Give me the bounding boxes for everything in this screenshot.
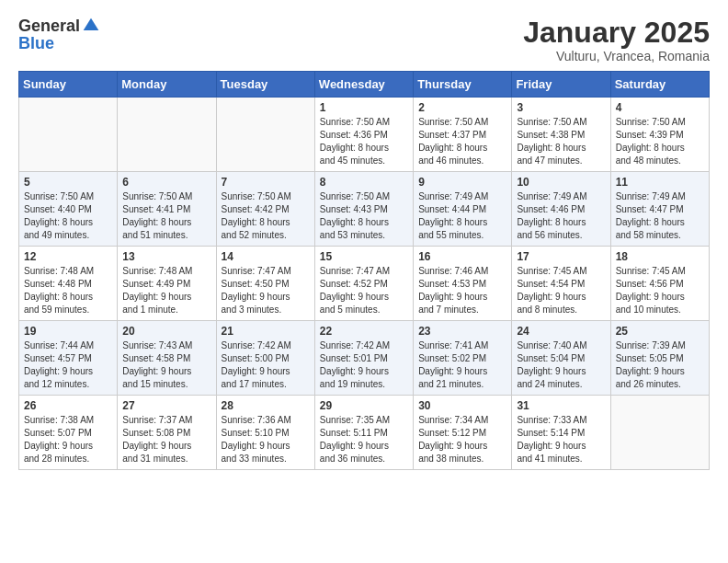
day-number: 9 bbox=[418, 176, 506, 189]
calendar-cell: 8Sunrise: 7:50 AMSunset: 4:43 PMDaylight… bbox=[314, 172, 413, 247]
cell-daylight-info: Sunrise: 7:41 AMSunset: 5:02 PMDaylight:… bbox=[418, 339, 506, 391]
cell-daylight-info: Sunrise: 7:40 AMSunset: 5:04 PMDaylight:… bbox=[517, 339, 605, 391]
day-number: 5 bbox=[24, 176, 112, 189]
cell-daylight-info: Sunrise: 7:50 AMSunset: 4:43 PMDaylight:… bbox=[320, 190, 408, 242]
day-number: 17 bbox=[517, 250, 605, 263]
logo-icon bbox=[82, 17, 100, 35]
calendar-cell: 23Sunrise: 7:41 AMSunset: 5:02 PMDayligh… bbox=[414, 321, 512, 396]
day-header-monday: Monday bbox=[118, 72, 216, 98]
cell-daylight-info: Sunrise: 7:50 AMSunset: 4:40 PMDaylight:… bbox=[24, 190, 112, 242]
day-number: 19 bbox=[24, 325, 112, 338]
day-number: 10 bbox=[517, 176, 605, 189]
week-row-5: 26Sunrise: 7:38 AMSunset: 5:07 PMDayligh… bbox=[19, 396, 710, 470]
cell-daylight-info: Sunrise: 7:45 AMSunset: 4:56 PMDaylight:… bbox=[616, 265, 704, 316]
day-header-saturday: Saturday bbox=[610, 72, 709, 98]
day-number: 31 bbox=[517, 399, 605, 412]
calendar-cell: 11Sunrise: 7:49 AMSunset: 4:47 PMDayligh… bbox=[610, 172, 709, 247]
logo-general: General bbox=[18, 17, 80, 34]
cell-daylight-info: Sunrise: 7:48 AMSunset: 4:48 PMDaylight:… bbox=[24, 265, 112, 316]
day-number: 4 bbox=[616, 101, 704, 114]
calendar-table: SundayMondayTuesdayWednesdayThursdayFrid… bbox=[18, 71, 710, 470]
calendar-cell bbox=[216, 98, 314, 172]
day-number: 30 bbox=[418, 399, 506, 412]
day-number: 23 bbox=[418, 325, 506, 338]
month-title: January 2025 bbox=[523, 17, 710, 49]
page-header: General Blue January 2025 Vulturu, Vranc… bbox=[9, 9, 719, 67]
day-number: 24 bbox=[517, 325, 605, 338]
day-number: 2 bbox=[418, 101, 506, 114]
cell-daylight-info: Sunrise: 7:34 AMSunset: 5:12 PMDaylight:… bbox=[418, 414, 506, 465]
calendar-cell: 9Sunrise: 7:49 AMSunset: 4:44 PMDaylight… bbox=[414, 172, 512, 247]
calendar-cell: 30Sunrise: 7:34 AMSunset: 5:12 PMDayligh… bbox=[414, 396, 512, 470]
cell-daylight-info: Sunrise: 7:50 AMSunset: 4:36 PMDaylight:… bbox=[320, 116, 408, 167]
cell-daylight-info: Sunrise: 7:47 AMSunset: 4:52 PMDaylight:… bbox=[320, 265, 408, 316]
cell-daylight-info: Sunrise: 7:43 AMSunset: 4:58 PMDaylight:… bbox=[122, 339, 210, 391]
logo: General Blue bbox=[18, 17, 100, 52]
day-number: 18 bbox=[616, 250, 704, 263]
svg-marker-0 bbox=[84, 18, 99, 30]
calendar-wrapper: SundayMondayTuesdayWednesdayThursdayFrid… bbox=[9, 67, 719, 479]
day-number: 6 bbox=[122, 176, 210, 189]
cell-daylight-info: Sunrise: 7:42 AMSunset: 5:01 PMDaylight:… bbox=[320, 339, 408, 391]
calendar-cell: 26Sunrise: 7:38 AMSunset: 5:07 PMDayligh… bbox=[19, 396, 118, 470]
day-number: 11 bbox=[616, 176, 704, 189]
week-row-1: 1Sunrise: 7:50 AMSunset: 4:36 PMDaylight… bbox=[19, 98, 710, 172]
week-row-3: 12Sunrise: 7:48 AMSunset: 4:48 PMDayligh… bbox=[19, 247, 710, 321]
cell-daylight-info: Sunrise: 7:46 AMSunset: 4:53 PMDaylight:… bbox=[418, 265, 506, 316]
calendar-cell bbox=[118, 98, 216, 172]
day-header-tuesday: Tuesday bbox=[216, 72, 314, 98]
calendar-cell: 27Sunrise: 7:37 AMSunset: 5:08 PMDayligh… bbox=[118, 396, 216, 470]
calendar-cell: 16Sunrise: 7:46 AMSunset: 4:53 PMDayligh… bbox=[414, 247, 512, 321]
calendar-cell: 20Sunrise: 7:43 AMSunset: 4:58 PMDayligh… bbox=[118, 321, 216, 396]
day-number: 27 bbox=[122, 399, 210, 412]
calendar-cell: 21Sunrise: 7:42 AMSunset: 5:00 PMDayligh… bbox=[216, 321, 314, 396]
calendar-cell: 10Sunrise: 7:49 AMSunset: 4:46 PMDayligh… bbox=[512, 172, 610, 247]
day-number: 1 bbox=[320, 101, 408, 114]
cell-daylight-info: Sunrise: 7:35 AMSunset: 5:11 PMDaylight:… bbox=[320, 414, 408, 465]
day-number: 3 bbox=[517, 101, 605, 114]
calendar-cell: 7Sunrise: 7:50 AMSunset: 4:42 PMDaylight… bbox=[216, 172, 314, 247]
cell-daylight-info: Sunrise: 7:47 AMSunset: 4:50 PMDaylight:… bbox=[222, 265, 310, 316]
calendar-cell: 22Sunrise: 7:42 AMSunset: 5:01 PMDayligh… bbox=[314, 321, 413, 396]
day-number: 8 bbox=[320, 176, 408, 189]
calendar-cell: 6Sunrise: 7:50 AMSunset: 4:41 PMDaylight… bbox=[118, 172, 216, 247]
cell-daylight-info: Sunrise: 7:50 AMSunset: 4:37 PMDaylight:… bbox=[418, 116, 506, 167]
calendar-cell: 18Sunrise: 7:45 AMSunset: 4:56 PMDayligh… bbox=[610, 247, 709, 321]
location-subtitle: Vulturu, Vrancea, Romania bbox=[523, 49, 710, 63]
cell-daylight-info: Sunrise: 7:45 AMSunset: 4:54 PMDaylight:… bbox=[517, 265, 605, 316]
day-number: 26 bbox=[24, 399, 112, 412]
calendar-cell: 19Sunrise: 7:44 AMSunset: 4:57 PMDayligh… bbox=[19, 321, 118, 396]
cell-daylight-info: Sunrise: 7:33 AMSunset: 5:14 PMDaylight:… bbox=[517, 414, 605, 465]
week-row-2: 5Sunrise: 7:50 AMSunset: 4:40 PMDaylight… bbox=[19, 172, 710, 247]
calendar-cell: 3Sunrise: 7:50 AMSunset: 4:38 PMDaylight… bbox=[512, 98, 610, 172]
calendar-cell: 17Sunrise: 7:45 AMSunset: 4:54 PMDayligh… bbox=[512, 247, 610, 321]
day-number: 16 bbox=[418, 250, 506, 263]
calendar-cell: 13Sunrise: 7:48 AMSunset: 4:49 PMDayligh… bbox=[118, 247, 216, 321]
calendar-cell: 31Sunrise: 7:33 AMSunset: 5:14 PMDayligh… bbox=[512, 396, 610, 470]
calendar-cell: 25Sunrise: 7:39 AMSunset: 5:05 PMDayligh… bbox=[610, 321, 709, 396]
cell-daylight-info: Sunrise: 7:50 AMSunset: 4:41 PMDaylight:… bbox=[122, 190, 210, 242]
cell-daylight-info: Sunrise: 7:44 AMSunset: 4:57 PMDaylight:… bbox=[24, 339, 112, 391]
day-number: 13 bbox=[122, 250, 210, 263]
day-header-friday: Friday bbox=[512, 72, 610, 98]
day-number: 21 bbox=[222, 325, 310, 338]
cell-daylight-info: Sunrise: 7:49 AMSunset: 4:44 PMDaylight:… bbox=[418, 190, 506, 242]
calendar-cell: 5Sunrise: 7:50 AMSunset: 4:40 PMDaylight… bbox=[19, 172, 118, 247]
logo-blue: Blue bbox=[18, 34, 54, 52]
day-number: 28 bbox=[222, 399, 310, 412]
week-row-4: 19Sunrise: 7:44 AMSunset: 4:57 PMDayligh… bbox=[19, 321, 710, 396]
calendar-cell: 12Sunrise: 7:48 AMSunset: 4:48 PMDayligh… bbox=[19, 247, 118, 321]
day-number: 25 bbox=[616, 325, 704, 338]
day-number: 22 bbox=[320, 325, 408, 338]
cell-daylight-info: Sunrise: 7:50 AMSunset: 4:38 PMDaylight:… bbox=[517, 116, 605, 167]
calendar-cell: 24Sunrise: 7:40 AMSunset: 5:04 PMDayligh… bbox=[512, 321, 610, 396]
calendar-cell: 28Sunrise: 7:36 AMSunset: 5:10 PMDayligh… bbox=[216, 396, 314, 470]
calendar-cell: 2Sunrise: 7:50 AMSunset: 4:37 PMDaylight… bbox=[414, 98, 512, 172]
cell-daylight-info: Sunrise: 7:39 AMSunset: 5:05 PMDaylight:… bbox=[616, 339, 704, 391]
day-header-wednesday: Wednesday bbox=[314, 72, 413, 98]
day-number: 15 bbox=[320, 250, 408, 263]
cell-daylight-info: Sunrise: 7:50 AMSunset: 4:42 PMDaylight:… bbox=[222, 190, 310, 242]
calendar-cell: 15Sunrise: 7:47 AMSunset: 4:52 PMDayligh… bbox=[314, 247, 413, 321]
calendar-cell: 4Sunrise: 7:50 AMSunset: 4:39 PMDaylight… bbox=[610, 98, 709, 172]
cell-daylight-info: Sunrise: 7:36 AMSunset: 5:10 PMDaylight:… bbox=[222, 414, 310, 465]
